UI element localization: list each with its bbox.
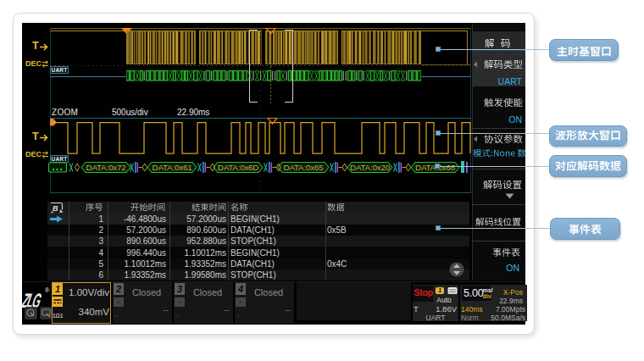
svg-text:DATA:0x20: DATA:0x20 xyxy=(350,163,391,172)
svg-text:DATA:0x65: DATA:0x65 xyxy=(284,163,325,172)
svg-text:DATA:0x72: DATA:0x72 xyxy=(86,163,126,172)
svg-text:DATA:0x6D: DATA:0x6D xyxy=(218,163,259,172)
svg-text:B: B xyxy=(53,204,58,213)
svg-text:DATA:0x61: DATA:0x61 xyxy=(153,163,192,172)
